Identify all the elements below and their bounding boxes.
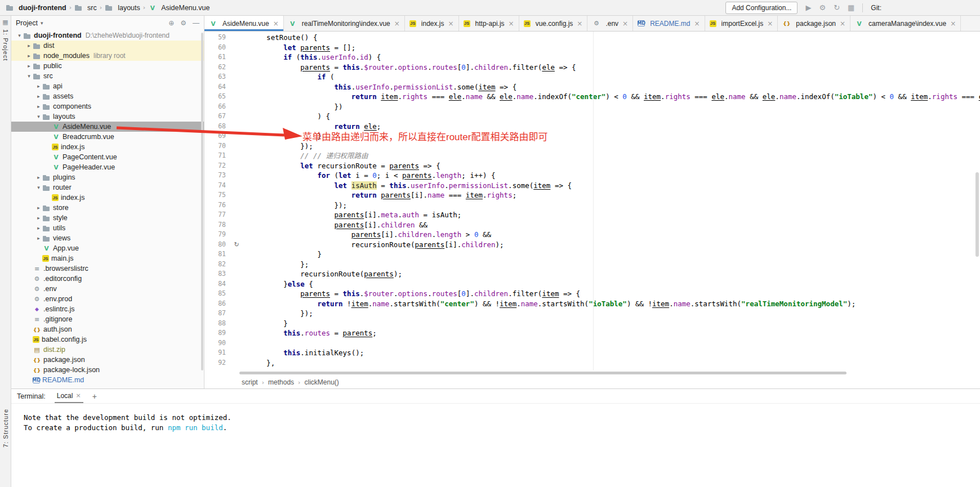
chevron-right-icon[interactable]: ▸	[35, 225, 42, 231]
editor-tab-readme-md[interactable]: MDREADME.md×	[633, 16, 705, 31]
tree-item-index-js[interactable]: JSindex.js	[11, 193, 204, 203]
chevron-down-icon[interactable]: ▾	[41, 20, 43, 26]
run-icon[interactable]: ▶	[805, 3, 811, 12]
code-line[interactable]: 77 parents[i].meta.auth = isAuth;	[204, 210, 980, 220]
close-icon[interactable]: ×	[950, 20, 956, 28]
close-icon[interactable]: ×	[394, 20, 400, 28]
git-widget[interactable]: Git:	[871, 4, 881, 12]
code-line[interactable]: 83 recursionRoute(parents);	[204, 269, 980, 279]
terminal-tab-local[interactable]: Local ×	[55, 389, 83, 403]
code-line[interactable]: 67 ) {	[204, 111, 980, 122]
code-line[interactable]: 78 parents[i].children &&	[204, 220, 980, 230]
close-icon[interactable]: ×	[448, 20, 454, 28]
tree-item-pagecontent-vue[interactable]: VPageContent.vue	[11, 152, 204, 162]
project-tool-button[interactable]: 1: Project	[2, 29, 9, 61]
tree-item-public[interactable]: ▸public	[11, 61, 204, 71]
tree-item-eslintrc-js[interactable]: ◆.eslintrc.js	[11, 304, 204, 314]
code-line[interactable]: 76 });	[204, 200, 980, 211]
editor-tab-package-json[interactable]: {}package.json×	[778, 16, 850, 31]
editor-breadcrumb-methods[interactable]: methods	[268, 378, 294, 386]
code-line[interactable]: 87 });	[204, 309, 980, 319]
code-line[interactable]: 60 let parents = [];	[204, 43, 980, 53]
tree-item-components[interactable]: ▸components	[11, 101, 204, 111]
add-configuration-button[interactable]: Add Configuration...	[725, 2, 798, 14]
tree-item-main-js[interactable]: JSmain.js	[11, 253, 204, 263]
tree-item-plugins[interactable]: ▸plugins	[11, 172, 204, 182]
tree-item-auth-json[interactable]: {}auth.json	[11, 324, 204, 334]
chevron-right-icon[interactable]: ▸	[35, 93, 42, 99]
chevron-right-icon[interactable]: ▸	[35, 83, 42, 89]
terminal-output[interactable]: Note that the development build is not o…	[11, 404, 980, 487]
update-project-icon[interactable]: ↻	[834, 3, 840, 12]
panel-settings-icon[interactable]: ⚙	[180, 19, 186, 27]
tool-windows-icon[interactable]: ▦	[848, 3, 854, 12]
editor-breadcrumb-script[interactable]: script	[242, 378, 258, 386]
editor-tab-importexcel-js[interactable]: JSimportExcel.js×	[705, 16, 778, 31]
hide-panel-icon[interactable]: ―	[193, 19, 199, 27]
close-icon[interactable]: ×	[622, 20, 628, 28]
close-icon[interactable]: ×	[767, 20, 773, 28]
editor-vertical-scrollbar[interactable]	[975, 172, 979, 257]
code-line[interactable]: 65 return item.rights === ele.name && el…	[204, 92, 980, 102]
tree-item-node-modules[interactable]: ▸node_moduleslibrary root	[11, 51, 204, 61]
tree-item-app-vue[interactable]: VApp.vue	[11, 243, 204, 253]
code-line[interactable]: 63 if (	[204, 72, 980, 82]
editor-breadcrumb-clickmenu[interactable]: clickMenu()	[305, 378, 339, 386]
code-line[interactable]: 90	[204, 338, 980, 349]
project-panel-title[interactable]: Project	[16, 19, 38, 27]
chevron-right-icon[interactable]: ▸	[35, 235, 42, 241]
close-icon[interactable]: ×	[509, 20, 514, 28]
close-icon[interactable]: ×	[75, 392, 81, 399]
tree-item-duoji-frontend[interactable]: ▾duoji-frontendD:\zheheWeb\duoji-fronten…	[11, 30, 204, 41]
code-line[interactable]: 89 this.routes = parents;	[204, 328, 980, 338]
code-line[interactable]: 79 parents[i].children.length > 0 &&	[204, 230, 980, 240]
tree-item-pageheader-vue[interactable]: VPageHeader.vue	[11, 162, 204, 172]
code-line[interactable]: 74 let isAuth = this.userInfo.permission…	[204, 181, 980, 191]
code-line[interactable]: 61 if (this.userInfo.id) {	[204, 52, 980, 62]
chevron-right-icon[interactable]: ▸	[25, 43, 33, 48]
tree-item-babel-config-js[interactable]: JSbabel.config.js	[11, 334, 204, 345]
code-line[interactable]: 73 for (let i = 0; i < parents.length; i…	[204, 171, 980, 181]
tree-item-package-json[interactable]: {}package.json	[11, 355, 204, 365]
tree-item-src[interactable]: ▾src	[11, 71, 204, 81]
chevron-right-icon[interactable]: ▸	[25, 53, 33, 59]
tree-item-layouts[interactable]: ▾layouts	[11, 111, 204, 122]
code-line[interactable]: 84 }else {	[204, 279, 980, 289]
tree-item-breadcrumb-vue[interactable]: VBreadcrumb.vue	[11, 132, 204, 142]
recursion-icon[interactable]: ↻	[229, 240, 244, 250]
code-line[interactable]: 66 })	[204, 102, 980, 112]
code-line[interactable]: 92 },	[204, 358, 980, 368]
editor-tab-realtimemonitoring-index-vue[interactable]: VrealTimeMonitoring\index.vue×	[284, 16, 405, 31]
chevron-right-icon[interactable]: ▸	[25, 63, 33, 69]
tree-item-dist[interactable]: ▸dist	[11, 41, 204, 51]
code-line[interactable]: 72 let recursionRoute = parents => {	[204, 161, 980, 171]
code-line[interactable]: 86 return !item.name.startsWith("center"…	[204, 299, 980, 309]
chevron-down-icon[interactable]: ▾	[25, 73, 33, 79]
tree-item-asidemenu-vue[interactable]: VAsideMenu.vue	[11, 122, 204, 132]
tree-item-env-prod[interactable]: ⚙.env.prod	[11, 294, 204, 304]
tree-item-package-lock-json[interactable]: {}package-lock.json	[11, 365, 204, 375]
code-line[interactable]: 59 setRoute() {	[204, 33, 980, 43]
tree-item-editorconfig[interactable]: ⚙.editorconfig	[11, 274, 204, 284]
tree-item-router[interactable]: ▾router	[11, 182, 204, 193]
tree-item-browserslistrc[interactable]: ≡.browserslistrc	[11, 263, 204, 274]
tree-item-store[interactable]: ▸store	[11, 203, 204, 213]
code-line[interactable]: 80↻ recursionRoute(parents[i].children);	[204, 240, 980, 250]
tree-item-gitignore[interactable]: ≡.gitignore	[11, 314, 204, 324]
chevron-down-icon[interactable]: ▾	[16, 33, 23, 38]
tree-item-views[interactable]: ▸views	[11, 233, 204, 243]
breadcrumb-item-layouts[interactable]: layouts	[105, 4, 140, 12]
project-scrollbar[interactable]	[201, 33, 203, 370]
breadcrumb-item-asidemenu-vue[interactable]: VAsideMenu.vue	[148, 4, 210, 12]
close-icon[interactable]: ×	[840, 20, 845, 28]
scrollbar-thumb[interactable]	[239, 372, 847, 374]
close-icon[interactable]: ×	[273, 20, 279, 28]
tree-item-utils[interactable]: ▸utils	[11, 223, 204, 233]
tree-item-readme-md[interactable]: MDREADME.md	[11, 375, 204, 385]
tree-item-api[interactable]: ▸api	[11, 81, 204, 91]
settings-icon[interactable]: ⚙	[819, 3, 826, 12]
chevron-right-icon[interactable]: ▸	[35, 205, 42, 211]
chevron-right-icon[interactable]: ▸	[35, 215, 42, 221]
chevron-right-icon[interactable]: ▸	[35, 104, 42, 109]
editor-tab-vue-config-js[interactable]: JSvue.config.js×	[519, 16, 588, 31]
